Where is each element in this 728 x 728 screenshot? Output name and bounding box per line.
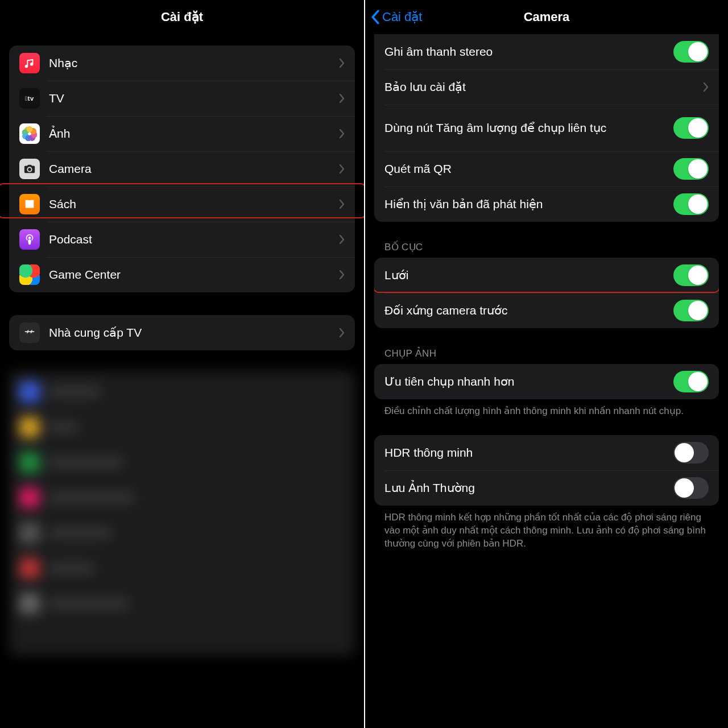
section-header-layout: BỐ CỤC bbox=[384, 241, 709, 253]
back-label: Cài đặt bbox=[382, 10, 422, 24]
books-icon bbox=[19, 194, 40, 214]
camera-group-hdr: HDR thông minh Lưu Ảnh Thường bbox=[374, 435, 719, 506]
row-prioritize-faster[interactable]: Ưu tiên chụp nhanh hơn bbox=[374, 364, 719, 399]
podcast-icon bbox=[19, 229, 40, 250]
toggle-switch[interactable] bbox=[673, 158, 709, 180]
row-label: Đối xứng camera trước bbox=[384, 303, 664, 318]
row-label: Bảo lưu cài đặt bbox=[384, 80, 694, 94]
tv-provider-icon bbox=[19, 322, 40, 343]
camera-group-layout: Lưới Đối xứng camera trước bbox=[374, 258, 719, 328]
camera-settings-list[interactable]: Ghi âm thanh stereo Bảo lưu cài đặt Dùng… bbox=[365, 34, 728, 728]
row-label: Ảnh bbox=[49, 126, 330, 141]
toggle-switch[interactable] bbox=[673, 117, 709, 139]
row-keep-normal[interactable]: Lưu Ảnh Thường bbox=[374, 470, 719, 506]
row-label: TV bbox=[49, 91, 330, 106]
camera-icon bbox=[19, 159, 40, 179]
row-label: Podcast bbox=[49, 232, 330, 247]
row-label: Nhà cung cấp TV bbox=[49, 325, 330, 340]
svg-point-0 bbox=[28, 237, 31, 239]
header: Cài đặt Camera bbox=[365, 0, 728, 34]
chevron-right-icon bbox=[339, 58, 345, 68]
row-label: Camera bbox=[49, 162, 330, 176]
toggle-switch[interactable] bbox=[673, 371, 709, 392]
row-label: Lưu Ảnh Thường bbox=[384, 481, 664, 495]
chevron-right-icon bbox=[339, 328, 345, 338]
row-label: Lưới bbox=[384, 268, 664, 283]
tv-icon: tv bbox=[19, 88, 40, 109]
row-label: Dùng nút Tăng âm lượng để chụp liên tục bbox=[384, 121, 664, 135]
toggle-switch[interactable] bbox=[673, 442, 709, 464]
row-grid[interactable]: Lưới bbox=[374, 258, 719, 293]
section-footer-hdr: HDR thông minh kết hợp những phần tốt nh… bbox=[384, 511, 709, 551]
chevron-right-icon bbox=[339, 93, 345, 104]
settings-group-apps: Nhạc tv TV Ảnh Camera bbox=[9, 46, 355, 292]
chevron-right-icon bbox=[339, 234, 345, 245]
toggle-switch[interactable] bbox=[673, 300, 709, 321]
settings-screen: Cài đặt Nhạc tv TV Ảnh bbox=[0, 0, 364, 728]
settings-row-music[interactable]: Nhạc bbox=[9, 46, 355, 81]
settings-row-photos[interactable]: Ảnh bbox=[9, 116, 355, 151]
settings-list[interactable]: Nhạc tv TV Ảnh Camera bbox=[0, 34, 364, 728]
settings-row-books[interactable]: Sách bbox=[9, 187, 355, 222]
header: Cài đặt bbox=[0, 0, 364, 34]
chevron-right-icon bbox=[339, 199, 345, 209]
row-mirror-front[interactable]: Đối xứng camera trước bbox=[374, 293, 719, 328]
row-label: Game Center bbox=[49, 267, 330, 282]
settings-row-camera[interactable]: Camera bbox=[9, 151, 355, 187]
back-button[interactable]: Cài đặt bbox=[371, 0, 422, 34]
toggle-switch[interactable] bbox=[673, 477, 709, 499]
row-detected-text[interactable]: Hiển thị văn bản đã phát hiện bbox=[374, 187, 719, 222]
row-label: Nhạc bbox=[49, 56, 330, 71]
chevron-right-icon bbox=[339, 270, 345, 280]
row-label: Hiển thị văn bản đã phát hiện bbox=[384, 197, 664, 212]
settings-row-tv[interactable]: tv TV bbox=[9, 81, 355, 116]
row-volume-burst[interactable]: Dùng nút Tăng âm lượng để chụp liên tục bbox=[374, 105, 719, 151]
row-scan-qr[interactable]: Quét mã QR bbox=[374, 151, 719, 187]
settings-row-podcast[interactable]: Podcast bbox=[9, 222, 355, 257]
chevron-right-icon bbox=[703, 82, 709, 92]
row-label: Sách bbox=[49, 197, 330, 212]
row-label: Ưu tiên chụp nhanh hơn bbox=[384, 374, 664, 389]
row-preserve-settings[interactable]: Bảo lưu cài đặt bbox=[374, 69, 719, 105]
section-footer-capture: Điều chỉnh chất lượng hình ảnh thông min… bbox=[384, 405, 709, 418]
section-header-capture: CHỤP ẢNH bbox=[384, 348, 709, 359]
camera-group-general: Ghi âm thanh stereo Bảo lưu cài đặt Dùng… bbox=[374, 34, 719, 222]
camera-group-capture: Ưu tiên chụp nhanh hơn bbox=[374, 364, 719, 399]
chevron-right-icon bbox=[339, 129, 345, 139]
settings-group-tvprovider: Nhà cung cấp TV bbox=[9, 315, 355, 350]
row-smart-hdr[interactable]: HDR thông minh bbox=[374, 435, 719, 470]
row-label: Quét mã QR bbox=[384, 162, 664, 176]
settings-row-gamecenter[interactable]: Game Center bbox=[9, 257, 355, 292]
toggle-switch[interactable] bbox=[673, 193, 709, 215]
camera-settings-screen: Cài đặt Camera Ghi âm thanh stereo Bảo l… bbox=[364, 0, 728, 728]
game-center-icon bbox=[19, 264, 40, 285]
row-label: Ghi âm thanh stereo bbox=[384, 44, 664, 59]
page-title: Cài đặt bbox=[161, 10, 203, 24]
music-icon bbox=[19, 53, 40, 73]
row-stereo-audio[interactable]: Ghi âm thanh stereo bbox=[374, 34, 719, 69]
toggle-switch[interactable] bbox=[673, 264, 709, 286]
page-title: Camera bbox=[524, 10, 570, 24]
toggle-switch[interactable] bbox=[673, 41, 709, 63]
row-label: HDR thông minh bbox=[384, 445, 664, 460]
settings-group-thirdparty-blurred bbox=[9, 371, 355, 655]
photos-icon bbox=[19, 123, 40, 144]
chevron-right-icon bbox=[339, 164, 345, 174]
settings-row-tv-provider[interactable]: Nhà cung cấp TV bbox=[9, 315, 355, 350]
